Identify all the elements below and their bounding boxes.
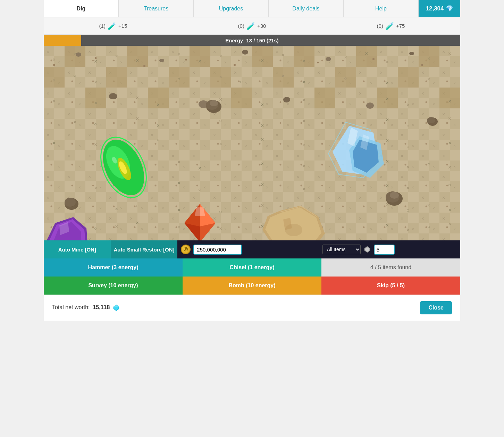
controls-row: Auto Mine [ON] Auto Small Restore [ON] Ⓟ…	[44, 240, 460, 258]
svg-text:×: ×	[448, 221, 451, 227]
svg-text:×: ×	[115, 223, 118, 229]
auto-restore-button[interactable]: Auto Small Restore [ON]	[111, 240, 178, 258]
svg-text:×: ×	[219, 74, 222, 80]
boost-3-count: (0)	[377, 23, 383, 29]
hammer-button[interactable]: Hammer (3 energy)	[44, 258, 183, 277]
boost-3-bonus: +75	[396, 23, 405, 29]
bomb-button[interactable]: Bomb (10 energy)	[183, 277, 321, 295]
svg-text:×: ×	[282, 73, 285, 79]
boost-2-bonus: +30	[257, 23, 266, 29]
svg-text:○: ○	[406, 207, 409, 213]
survey-label: Survey (10 energy)	[88, 282, 138, 289]
game-field[interactable]: × × × ×	[44, 46, 460, 240]
gem-count-display: 12,304 💎	[419, 0, 460, 17]
svg-rect-28	[314, 88, 335, 108]
game-canvas[interactable]: × × × ×	[44, 46, 460, 240]
svg-text:×: ×	[406, 164, 410, 170]
svg-text:×: ×	[198, 165, 201, 171]
svg-text:×: ×	[52, 140, 56, 146]
svg-marker-172	[114, 305, 119, 307]
svg-rect-24	[398, 67, 419, 88]
svg-text:×: ×	[177, 207, 180, 213]
hammer-label: Hammer (3 energy)	[88, 264, 138, 271]
svg-point-160	[427, 117, 435, 123]
boost-1-icon: 🧪	[108, 22, 116, 30]
svg-text:×: ×	[115, 53, 118, 59]
svg-text:○: ○	[219, 209, 222, 214]
svg-text:×: ×	[261, 123, 264, 129]
tab-daily-deals-label: Daily deals	[292, 6, 319, 12]
svg-text:×: ×	[52, 77, 56, 83]
svg-point-60	[242, 50, 248, 55]
svg-text:×: ×	[386, 80, 389, 86]
quantity-input[interactable]	[374, 245, 395, 255]
svg-text:×: ×	[261, 58, 264, 64]
filter-select[interactable]: All Items Common Uncommon Rare Epic Lege…	[322, 245, 361, 254]
svg-text:×: ×	[261, 137, 264, 142]
boost-item-2: (0) 🧪 +30	[238, 22, 266, 30]
svg-point-158	[65, 198, 76, 207]
chisel-button[interactable]: Chisel (1 energy)	[183, 258, 321, 277]
svg-text:○: ○	[427, 224, 430, 229]
item-filter-area: All Items Common Uncommon Rare Epic Lege…	[318, 245, 460, 255]
svg-text:×: ×	[219, 141, 222, 147]
svg-point-147	[234, 64, 236, 66]
svg-text:×: ×	[136, 95, 139, 101]
tab-help-label: Help	[375, 6, 387, 12]
svg-text:×: ×	[386, 158, 389, 164]
svg-text:×: ×	[177, 180, 180, 186]
tab-upgrades[interactable]: Upgrades	[194, 0, 269, 17]
skip-button[interactable]: Skip (5 / 5)	[321, 277, 460, 295]
svg-text:×: ×	[448, 164, 451, 170]
bottom-bar: Total net worth: 15,118 Close	[44, 295, 460, 321]
svg-point-148	[317, 62, 319, 64]
svg-text:×: ×	[406, 227, 410, 233]
boost-3-icon: 🧪	[385, 22, 394, 30]
svg-text:○: ○	[73, 73, 76, 78]
energy-bar-text: Energy: 13 / 150 (21s)	[44, 38, 460, 43]
tab-treasures[interactable]: Treasures	[119, 0, 194, 17]
boost-item-3: (0) 🧪 +75	[377, 22, 405, 30]
svg-text:×: ×	[261, 161, 264, 167]
svg-text:×: ×	[261, 203, 264, 208]
svg-text:×: ×	[219, 97, 222, 102]
nav-tabs: Dig Treasures Upgrades Daily deals Help …	[44, 0, 460, 17]
svg-point-150	[421, 64, 423, 66]
close-button-label: Close	[428, 305, 444, 311]
tab-dig[interactable]: Dig	[44, 0, 119, 17]
coin-icon: Ⓟ	[181, 245, 191, 254]
svg-text:×: ×	[94, 100, 97, 106]
svg-text:×: ×	[198, 58, 201, 64]
boost-2-count: (0)	[238, 23, 244, 29]
svg-text:○: ○	[94, 121, 97, 127]
auto-mine-button[interactable]: Auto Mine [ON]	[44, 240, 111, 258]
svg-text:×: ×	[386, 183, 389, 189]
svg-text:×: ×	[302, 142, 305, 148]
svg-text:×: ×	[177, 51, 180, 57]
tab-daily-deals[interactable]: Daily deals	[269, 0, 344, 17]
svg-text:×: ×	[302, 58, 305, 64]
svg-point-145	[143, 65, 145, 67]
close-button[interactable]: Close	[420, 301, 452, 314]
svg-point-66	[366, 102, 374, 109]
coin-input[interactable]	[193, 245, 242, 255]
svg-point-58	[76, 52, 81, 57]
svg-point-143	[53, 64, 55, 66]
survey-button[interactable]: Survey (10 energy)	[44, 277, 183, 295]
chisel-label: Chisel (1 energy)	[230, 264, 275, 271]
filter-gem-icon	[363, 246, 371, 253]
svg-text:×: ×	[157, 102, 160, 108]
net-worth-gem-icon	[113, 304, 120, 311]
svg-text:×: ×	[94, 185, 97, 191]
boost-2-icon: 🧪	[246, 22, 255, 30]
svg-text:×: ×	[136, 58, 139, 64]
tab-help[interactable]: Help	[344, 0, 419, 17]
svg-rect-19	[106, 67, 127, 88]
svg-point-61	[326, 57, 331, 61]
svg-text:○: ○	[427, 161, 430, 167]
bomb-label: Bomb (10 energy)	[228, 282, 275, 289]
svg-text:○: ○	[406, 123, 409, 129]
svg-text:○: ○	[406, 144, 409, 149]
svg-point-156	[390, 192, 399, 199]
svg-text:×: ×	[282, 52, 285, 58]
